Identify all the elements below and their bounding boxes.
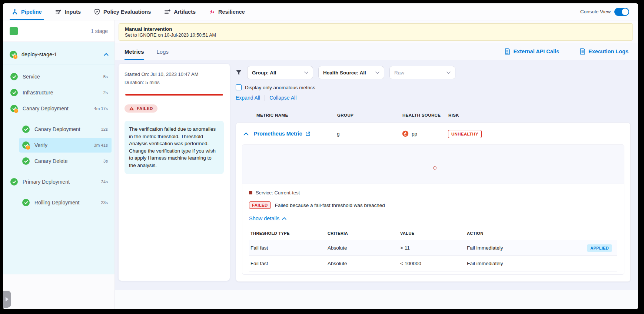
resilience-chaos-icon <box>209 9 215 15</box>
console-view-toggle[interactable] <box>614 8 629 16</box>
show-details-link[interactable]: Show details <box>249 216 617 221</box>
metric-detail-panel: Service: Current-test FAILED Failed beca… <box>242 144 624 275</box>
header-criteria: CRITERIA <box>328 231 400 236</box>
step-canary-delete[interactable]: Canary Delete 3s <box>19 154 112 168</box>
external-link-icon[interactable] <box>305 131 310 136</box>
failed-outline-badge: FAILED <box>249 201 271 209</box>
stage-header-deploy-stage-1[interactable]: deploy-stage-1 <box>3 44 114 64</box>
header-action: ACTION <box>467 231 617 236</box>
metric-timeline-chart[interactable] <box>242 145 624 184</box>
app-window: Pipeline Inputs Policy Evaluations Artif… <box>3 3 638 309</box>
tab-resilience-label: Resilience <box>218 9 245 15</box>
external-api-calls-link[interactable]: API External API Calls <box>504 48 559 55</box>
raw-filter-select[interactable]: Raw <box>389 66 455 79</box>
threshold-table: THRESHOLD TYPE CRITERIA VALUE ACTION Fai… <box>249 227 617 271</box>
execution-logs-link[interactable]: Execution Logs <box>580 48 628 55</box>
legend-label: Service: Current-test <box>256 190 300 196</box>
collapse-chevron-up-icon[interactable] <box>243 132 249 136</box>
duration: Duration: 5 mins <box>125 78 224 87</box>
step-label: Canary Deployment <box>23 106 69 111</box>
metric-health-source-cell: pp <box>402 130 448 137</box>
threshold-row: Fail fast Absolute < 100000 Fail immedia… <box>249 256 617 271</box>
filter-funnel-icon[interactable] <box>236 70 242 76</box>
tab-metrics[interactable]: Metrics <box>125 43 144 60</box>
warning-triangle-icon <box>129 106 134 111</box>
step-duration: 24s <box>101 180 108 184</box>
anomalous-metrics-checkbox[interactable] <box>236 84 242 90</box>
verification-message: The verification failed due to anomalies… <box>125 121 224 174</box>
metrics-body: Started On: Jul 10, 2023 10:47 AM Durati… <box>115 60 638 290</box>
document-icon <box>580 48 585 55</box>
metric-table-header: METRIC NAME GROUP HEALTH SOURCE RISK <box>236 106 631 123</box>
sidebar-collapse-handle[interactable] <box>3 291 11 308</box>
step-primary-deployment[interactable]: Primary Deployment 24s <box>7 174 112 189</box>
success-check-icon <box>10 178 18 186</box>
step-duration: 3m 41s <box>94 143 108 147</box>
failed-status-label: FAILED <box>137 106 153 111</box>
verification-summary-card: Started On: Jul 10, 2023 10:47 AM Durati… <box>119 64 230 281</box>
step-canary-deployment-group[interactable]: Canary Deployment 4m 17s <box>7 101 112 116</box>
value-cell: > 11 <box>400 245 467 251</box>
step-label: Infrastructure <box>23 90 53 96</box>
step-canary-deployment[interactable]: Canary Deployment 32s <box>19 122 112 137</box>
group-filter-select[interactable]: Group: All <box>247 66 313 79</box>
success-check-icon <box>10 89 18 96</box>
chevron-up-icon <box>282 217 286 220</box>
risk-cell: UNHEALTHY <box>448 130 482 137</box>
started-on: Started On: Jul 10, 2023 10:47 AM <box>125 70 224 78</box>
tab-artifacts-label: Artifacts <box>174 9 196 15</box>
step-duration: 2s <box>103 90 108 95</box>
collapse-all-link[interactable]: Collapse All <box>269 95 296 101</box>
metric-row-prometheus[interactable]: Prometheus Metric g pp <box>236 123 630 144</box>
tab-pipeline-label: Pipeline <box>21 9 42 15</box>
external-api-calls-label: External API Calls <box>513 49 559 54</box>
log-links: API External API Calls Execution Logs <box>504 48 628 55</box>
banner-title: Manual Intervention <box>125 26 627 32</box>
main-panel: Manual Intervention Set to IGNORE on 10-… <box>115 20 638 309</box>
stage-warning-check-icon <box>10 51 17 58</box>
step-label: Canary Delete <box>34 158 68 164</box>
action-cell: Fail immediately APPLIED <box>467 244 617 252</box>
metrics-panel: Group: All Health Source: All Raw <box>236 64 631 290</box>
chart-legend: Service: Current-test <box>249 190 617 196</box>
health-source-filter-select[interactable]: Health Source: All <box>318 66 384 79</box>
step-rolling-deployment[interactable]: Rolling Deployment 23s <box>19 195 112 210</box>
header-group: GROUP <box>337 113 402 117</box>
action-cell: Fail immediately <box>467 261 617 266</box>
health-source-filter-value: Health Source: All <box>323 70 366 76</box>
step-service[interactable]: Service 5s <box>7 69 112 84</box>
manual-intervention-banner: Manual Intervention Set to IGNORE on 10-… <box>119 23 633 41</box>
chevron-up-icon[interactable] <box>104 53 109 56</box>
success-check-icon <box>22 126 30 133</box>
metric-name-link[interactable]: Prometheus Metric <box>254 131 302 137</box>
success-check-icon <box>22 157 30 165</box>
banner-subtitle: Set to IGNORE on 10-Jul-2023 10:50:51 AM <box>125 33 627 38</box>
metric-group-cell: g <box>337 131 402 137</box>
step-duration: 23s <box>101 200 108 205</box>
tab-logs[interactable]: Logs <box>157 43 169 60</box>
tab-inputs[interactable]: Inputs <box>55 3 81 20</box>
arrow-right-icon <box>6 297 9 301</box>
tab-pipeline[interactable]: Pipeline <box>12 3 42 20</box>
legend-swatch <box>249 191 252 194</box>
tab-artifacts[interactable]: Artifacts <box>164 3 196 20</box>
step-infrastructure[interactable]: Infrastructure 2s <box>7 85 112 100</box>
header-health-source: HEALTH SOURCE <box>402 113 448 117</box>
step-label: Primary Deployment <box>23 179 70 185</box>
metric-detail-body: Service: Current-test FAILED Failed beca… <box>242 184 624 274</box>
step-label: Canary Deployment <box>34 126 80 132</box>
failure-reason-text: Failed because a fail-fast threshold was… <box>275 203 385 208</box>
chevron-down-icon <box>375 71 379 74</box>
threshold-row: Fail fast Absolute > 11 Fail immediately… <box>249 240 617 256</box>
threshold-table-header: THRESHOLD TYPE CRITERIA VALUE ACTION <box>249 227 617 240</box>
anomalous-data-point[interactable] <box>433 166 436 170</box>
expand-all-link[interactable]: Expand All <box>236 95 260 101</box>
unhealthy-badge: UNHEALTHY <box>448 130 482 138</box>
tab-resilience[interactable]: Resilience <box>209 3 245 20</box>
header-metric-name: METRIC NAME <box>256 113 337 117</box>
header-value: VALUE <box>400 231 467 236</box>
tab-policy-evaluations[interactable]: Policy Evaluations <box>94 3 151 20</box>
step-verify[interactable]: Verify 3m 41s <box>19 138 112 153</box>
tab-inputs-label: Inputs <box>65 9 81 15</box>
filter-row: Group: All Health Source: All Raw <box>236 64 631 79</box>
